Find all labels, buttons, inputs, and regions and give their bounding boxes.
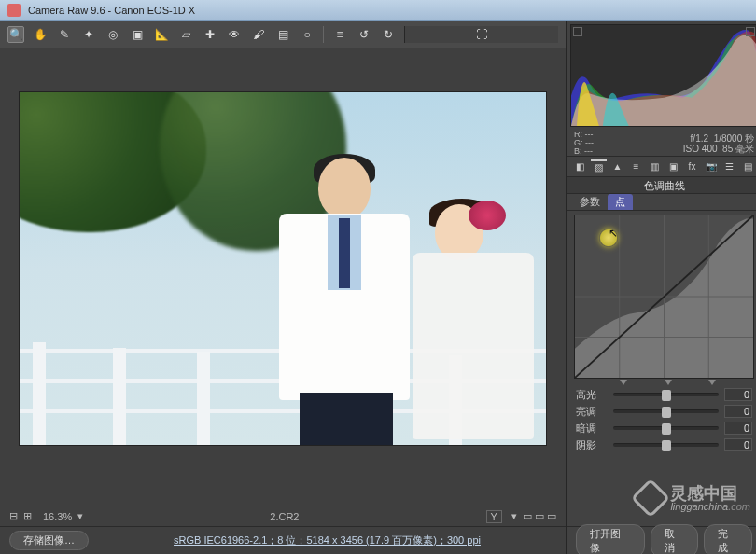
slider-label: 暗调 (576, 422, 608, 436)
subtab-parametric[interactable]: 参数 (572, 194, 608, 210)
workflow-link[interactable]: sRGB IEC61966-2.1；8 位；5184 x 3456 (17.9 … (98, 533, 556, 547)
color-sampler-tool-icon[interactable]: ✦ (80, 26, 97, 43)
slider-track[interactable] (613, 426, 719, 430)
tab-lens-icon[interactable]: ▣ (665, 159, 681, 174)
spot-removal-tool-icon[interactable]: ✚ (202, 26, 218, 43)
preview-mode-dropdown-icon[interactable]: ▾ (511, 510, 517, 522)
save-image-button[interactable]: 存储图像… (9, 531, 89, 550)
fullscreen-icon[interactable]: ⛶ (404, 26, 558, 43)
right-panel: R: --- G: --- B: --- f/1.2 1/8000 秒 ISO … (566, 21, 756, 554)
curve-editor[interactable]: ↖ (574, 215, 754, 379)
tab-tone-curve-icon[interactable]: ▨ (591, 159, 607, 174)
scene-person-groom (262, 158, 421, 446)
tab-detail-icon[interactable]: ▲ (609, 159, 625, 174)
image-preview[interactable] (19, 91, 547, 446)
rotate-ccw-icon[interactable]: ↺ (356, 26, 372, 43)
rgb-readout: R: --- G: --- B: --- (574, 131, 594, 156)
tab-hsl-icon[interactable]: ≡ (628, 159, 644, 174)
zoom-dropdown-icon[interactable]: ▾ (77, 510, 83, 522)
curve-sliders: 高光 0 亮调 0 暗调 0 阴影 0 (567, 382, 756, 453)
radial-tool-icon[interactable]: ○ (299, 26, 315, 43)
curve-marker-highlight[interactable] (708, 380, 716, 385)
highlight-clip-warn-icon[interactable] (746, 27, 755, 36)
curve-marker-mid[interactable] (665, 380, 672, 385)
preview-cycle-icon[interactable]: ▭ ▭ ▭ (523, 510, 556, 522)
slider-value[interactable]: 0 (724, 422, 752, 435)
open-image-button[interactable]: 打开图像 (576, 524, 645, 555)
tab-presets-icon[interactable]: ☰ (721, 159, 737, 174)
zoom-level[interactable]: 16.3% (43, 511, 72, 522)
panel-title: 色调曲线 (567, 177, 756, 194)
hand-tool-icon[interactable]: ✋ (32, 26, 49, 43)
filename: 2.CR2 (89, 511, 480, 522)
panel-tabs: ◧ ▨ ▲ ≡ ▥ ▣ fx 📷 ☰ ▤ (567, 157, 756, 177)
slider-track[interactable] (613, 393, 719, 396)
curve-region-markers (575, 378, 753, 385)
cursor-arrow-icon: ↖ (609, 227, 618, 240)
slider-value[interactable]: 0 (724, 388, 752, 401)
info-readout: R: --- G: --- B: --- f/1.2 1/8000 秒 ISO … (567, 131, 756, 157)
preferences-icon[interactable]: ≡ (331, 26, 348, 43)
slider-highlights: 高光 0 (576, 386, 752, 403)
shadow-clip-warn-icon[interactable] (573, 27, 582, 36)
titlebar: Camera Raw 9.6 - Canon EOS-1D X (0, 0, 756, 21)
subtab-point[interactable]: 点 (608, 194, 633, 210)
transform-tool-icon[interactable]: ▱ (177, 26, 194, 43)
straighten-tool-icon[interactable]: 📐 (153, 26, 170, 43)
slider-lights: 亮调 0 (576, 403, 752, 420)
preview-compare-button[interactable]: Y (486, 510, 502, 523)
cancel-button[interactable]: 取消 (651, 524, 699, 555)
watermark: 灵感中国 lingganchina.com (637, 484, 750, 512)
done-button[interactable]: 完成 (704, 524, 752, 555)
slider-label: 高光 (576, 388, 608, 402)
targeted-adjust-tool-icon[interactable]: ◎ (105, 26, 121, 43)
slider-value[interactable]: 0 (724, 438, 752, 451)
bottom-bar: 存储图像… sRGB IEC61966-2.1；8 位；5184 x 3456 … (0, 526, 566, 554)
zoom-tool-icon[interactable]: 🔍 (7, 26, 24, 43)
slider-track[interactable] (613, 443, 719, 447)
redeye-tool-icon[interactable]: 👁 (226, 26, 243, 43)
exif-readout: f/1.2 1/8000 秒 ISO 400 85 毫米 (683, 133, 754, 154)
slider-value[interactable]: 0 (724, 405, 752, 418)
watermark-text-cn: 灵感中国 (670, 485, 750, 502)
tool-toolbar: 🔍 ✋ ✎ ✦ ◎ ▣ 📐 ▱ ✚ 👁 🖌 ▤ ○ ≡ ↺ ↻ ⛶ (0, 21, 566, 48)
watermark-logo-icon (631, 478, 670, 518)
adjust-brush-tool-icon[interactable]: 🖌 (250, 26, 267, 43)
tab-camera-icon[interactable]: 📷 (703, 159, 719, 174)
histogram-panel[interactable] (570, 24, 756, 127)
toolbar-separator (323, 26, 324, 43)
tab-split-icon[interactable]: ▥ (647, 159, 663, 174)
curve-marker-shadow[interactable] (620, 380, 627, 385)
watermark-text-en: lingganchina.com (670, 502, 750, 512)
tab-fx-icon[interactable]: fx (684, 159, 700, 174)
slider-shadows: 阴影 0 (576, 436, 752, 453)
slider-label: 亮调 (576, 405, 608, 419)
curve-subtabs: 参数 点 (567, 194, 756, 211)
left-pane: 🔍 ✋ ✎ ✦ ◎ ▣ 📐 ▱ ✚ 👁 🖌 ▤ ○ ≡ ↺ ↻ ⛶ (0, 21, 566, 554)
rotate-cw-icon[interactable]: ↻ (380, 26, 397, 43)
tab-snapshots-icon[interactable]: ▤ (740, 159, 756, 174)
crop-tool-icon[interactable]: ▣ (129, 26, 146, 43)
slider-label: 阴影 (576, 438, 608, 452)
tab-basic-icon[interactable]: ◧ (572, 159, 588, 174)
right-bottom-bar: 打开图像 取消 完成 (567, 526, 756, 554)
scene-person-bride (407, 195, 547, 446)
window-close-icon[interactable] (7, 4, 21, 17)
zoom-in-icon[interactable]: ⊞ (23, 510, 32, 522)
graduated-tool-icon[interactable]: ▤ (274, 26, 291, 43)
zoom-out-icon[interactable]: ⊟ (9, 510, 18, 522)
window-title: Camera Raw 9.6 - Canon EOS-1D X (28, 5, 195, 16)
status-bar: ⊟ ⊞ 16.3% ▾ 2.CR2 Y ▾ ▭ ▭ ▭ (0, 506, 566, 526)
eyedropper-tool-icon[interactable]: ✎ (56, 26, 73, 43)
slider-track[interactable] (613, 409, 719, 413)
preview-area (0, 48, 566, 506)
slider-darks: 暗调 0 (576, 420, 752, 436)
app-shell: 🔍 ✋ ✎ ✦ ◎ ▣ 📐 ▱ ✚ 👁 🖌 ▤ ○ ≡ ↺ ↻ ⛶ (0, 21, 756, 554)
